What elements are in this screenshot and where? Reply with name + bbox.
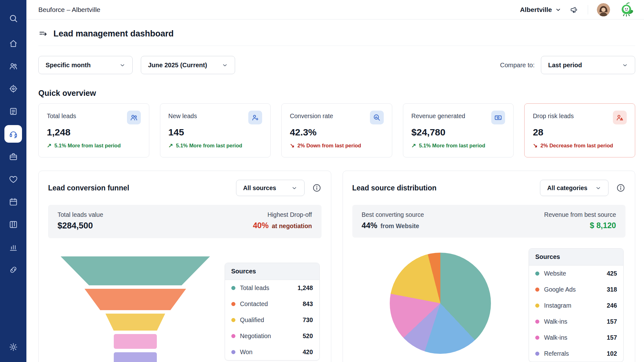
best-source-value: 44% <box>362 221 377 230</box>
collapse-panel-icon[interactable] <box>38 29 48 39</box>
funnel-summary-left-value: $284,500 <box>58 221 103 231</box>
funnel-stage-total-leads <box>61 256 210 285</box>
legend-label: Total leads <box>240 284 269 292</box>
sidebar-item-analytics[interactable] <box>4 238 22 256</box>
trend-text: 2% Down from last period <box>297 143 361 149</box>
funnel-summary: Total leads value $284,500 Highest Drop-… <box>48 205 322 238</box>
trend-text: 5.1% More from last period <box>176 143 242 149</box>
gear-icon[interactable] <box>4 338 22 356</box>
legend-row: Contacted843 <box>225 296 319 312</box>
users-icon <box>127 111 141 124</box>
megaphone-icon[interactable] <box>570 5 579 14</box>
search-icon[interactable] <box>4 9 22 27</box>
sidebar <box>0 0 26 362</box>
legend-dot <box>231 334 235 338</box>
legend-label: Website <box>544 270 566 277</box>
funnel-stage-qualified <box>61 314 210 331</box>
topbar: Beuforce – Albertville Albertville <box>26 0 644 19</box>
user-plus-icon <box>248 111 262 124</box>
stat-value: 28 <box>533 127 627 138</box>
stat-card-conversion-rate: Conversion rate42.3%↘2% Down from last p… <box>281 103 392 157</box>
conversion-icon <box>370 111 384 124</box>
page-title: Lead management dashboard <box>53 29 174 39</box>
page-head: Lead management dashboard <box>38 19 635 46</box>
stat-label: Conversion rate <box>290 111 333 120</box>
funnel-panel-head: Lead conversion funnel All sources <box>48 180 322 196</box>
sidebar-item-calendar[interactable] <box>4 193 22 211</box>
main-area: Beuforce – Albertville Albertville <box>26 0 644 362</box>
period-type-dropdown[interactable]: Specific month <box>38 56 133 74</box>
best-source-name: from Website <box>381 222 419 230</box>
legend-row: Won420 <box>225 344 319 360</box>
month-value: June 2025 (Current) <box>148 62 207 69</box>
trend-arrow-icon: ↘ <box>290 142 294 149</box>
stat-trend: ↗5.1% More from last period <box>411 142 505 149</box>
stat-trend: ↘2% Down from last period <box>290 142 384 149</box>
month-dropdown[interactable]: June 2025 (Current) <box>141 56 235 74</box>
sidebar-item-people[interactable] <box>4 57 22 75</box>
compare-dropdown[interactable]: Last period <box>541 56 635 74</box>
trend-text: 2% Decrease from last period <box>540 143 613 149</box>
sidebar-nav <box>4 35 22 278</box>
sidebar-item-support[interactable] <box>4 125 22 143</box>
divider <box>588 5 588 14</box>
panels: Lead conversion funnel All sources Total… <box>38 171 635 362</box>
dropoff-stage: at negotiation <box>272 222 312 230</box>
user-avatar[interactable] <box>597 3 610 16</box>
sidebar-item-target[interactable] <box>4 80 22 97</box>
funnel-legend-title: Sources <box>225 263 319 280</box>
stat-card-new-leads: New leads145↗5.1% More from last period <box>160 103 271 157</box>
stat-trend: ↘2% Decrease from last period <box>533 142 627 149</box>
info-icon[interactable] <box>616 183 625 193</box>
source-panel-title: Lead source distribution <box>352 184 437 192</box>
chevron-down-icon <box>595 185 601 191</box>
funnel-source-dropdown[interactable]: All sources <box>236 180 305 196</box>
legend-value: 730 <box>303 316 313 324</box>
legend-dot <box>535 304 539 308</box>
sidebar-item-home[interactable] <box>4 35 22 52</box>
legend-dot <box>231 286 235 290</box>
legend-row: Walk-ins157 <box>529 330 623 346</box>
location-selector[interactable]: Albertville <box>520 6 561 14</box>
legend-label: Walk-ins <box>544 334 567 341</box>
info-icon[interactable] <box>312 183 322 193</box>
period-type-value: Specific month <box>46 62 91 69</box>
legend-value: 102 <box>607 350 617 357</box>
best-source-revenue: $ 8,120 <box>590 221 616 230</box>
quick-overview-title: Quick overview <box>38 89 635 98</box>
legend-dot <box>535 352 539 356</box>
chevron-down-icon <box>555 7 561 13</box>
legend-value: 157 <box>607 318 617 325</box>
legend-label: Walk-ins <box>544 318 567 325</box>
legend-row: Referrals102 <box>529 346 623 362</box>
legend-value: 246 <box>607 302 617 309</box>
sidebar-item-board[interactable] <box>4 216 22 233</box>
legend-dot <box>231 350 235 354</box>
stat-label: Drop risk leads <box>533 111 574 120</box>
sidebar-item-heart[interactable] <box>4 170 22 188</box>
chevron-down-icon <box>291 185 297 191</box>
source-panel-head: Lead source distribution All categories <box>352 180 626 196</box>
stat-label: Total leads <box>47 111 76 120</box>
legend-row: Qualified730 <box>225 312 319 328</box>
sidebar-item-link[interactable] <box>4 261 22 278</box>
pie-chart <box>390 253 491 354</box>
sidebar-item-notes[interactable] <box>4 102 22 120</box>
funnel-summary-right-label: Highest Drop-off <box>253 211 312 218</box>
legend-label: Google Ads <box>544 286 576 293</box>
legend-value: 318 <box>607 286 617 293</box>
mascot-logo-icon[interactable] <box>619 3 635 17</box>
stat-value: 42.3% <box>290 127 384 138</box>
source-summary-left-label: Best converting source <box>362 211 424 218</box>
stat-cards: Total leads1,248↗5.1% More from last per… <box>38 103 635 157</box>
source-category-dropdown[interactable]: All categories <box>540 180 608 196</box>
legend-dot <box>535 320 539 324</box>
trend-text: 5.1% More from last period <box>419 143 485 149</box>
legend-value: 420 <box>303 348 313 356</box>
funnel-body: Sources Total leads1,248Contacted843Qual… <box>48 256 322 362</box>
sidebar-item-briefcase[interactable] <box>4 148 22 165</box>
source-legend-title: Sources <box>529 249 623 266</box>
stat-label: New leads <box>168 111 197 120</box>
funnel-panel-title: Lead conversion funnel <box>48 184 129 192</box>
funnel-stage-contacted <box>61 289 210 310</box>
